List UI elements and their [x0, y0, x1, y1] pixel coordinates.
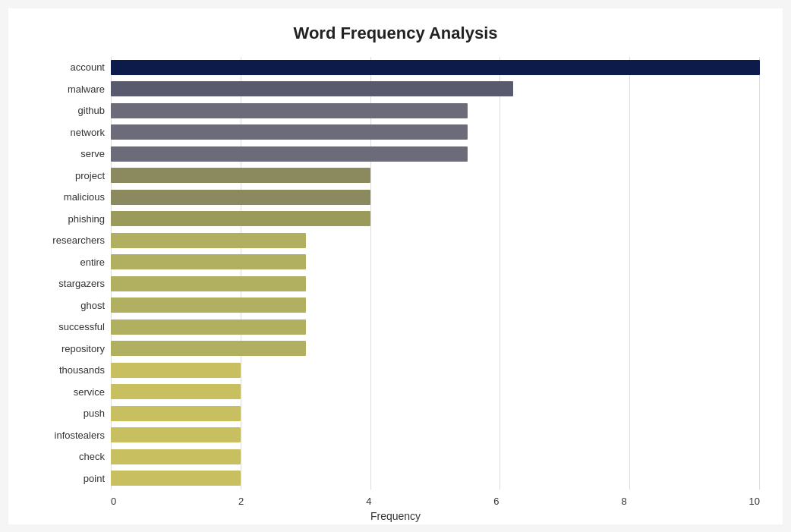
y-label: thousands	[31, 365, 105, 375]
y-label: service	[31, 387, 105, 397]
bar	[111, 384, 241, 399]
bar-row	[111, 210, 760, 227]
grid-line	[111, 57, 112, 490]
x-tick-label: 4	[366, 496, 371, 507]
y-label: ghost	[31, 301, 105, 310]
bar	[111, 81, 513, 96]
x-axis-title: Frequency	[31, 510, 760, 522]
bar-row	[111, 340, 760, 357]
bar	[111, 254, 306, 269]
chart-container: Word Frequency Analysis accountmalwaregi…	[8, 8, 783, 524]
bar-row	[111, 124, 760, 140]
grid-lines	[111, 57, 760, 490]
y-label: phishing	[31, 214, 105, 224]
y-label: entire	[31, 257, 105, 267]
bar-row	[111, 319, 760, 335]
y-label: push	[31, 408, 105, 418]
y-label: github	[31, 105, 105, 115]
x-tick-label: 8	[621, 496, 626, 507]
bar-row	[111, 253, 760, 270]
y-label: project	[31, 171, 105, 181]
y-label: point	[31, 474, 105, 483]
y-label: serve	[31, 149, 105, 159]
bar	[111, 320, 306, 335]
bar	[111, 190, 370, 205]
bar	[111, 427, 241, 442]
grid-line	[629, 57, 630, 490]
x-tick-label: 2	[238, 496, 244, 507]
x-axis-labels: 0246810	[111, 496, 760, 507]
y-label: check	[31, 452, 105, 461]
bar-row	[111, 167, 760, 184]
bar	[111, 471, 241, 486]
bottom-area: 0246810 Frequency	[31, 496, 760, 522]
y-label: malware	[31, 84, 105, 94]
bar-row	[111, 189, 760, 206]
bar	[111, 297, 306, 313]
bar-row	[111, 449, 760, 465]
bar-row	[111, 427, 760, 443]
bar-row	[111, 102, 760, 119]
bar-row	[111, 362, 760, 379]
chart-area: accountmalwaregithubnetworkserveprojectm…	[31, 57, 760, 490]
bar	[111, 146, 468, 162]
bar	[111, 60, 760, 75]
y-labels: accountmalwaregithubnetworkserveprojectm…	[31, 57, 111, 490]
y-label: account	[31, 62, 105, 72]
bar	[111, 363, 241, 378]
y-label: network	[31, 127, 105, 137]
bar-row	[111, 59, 760, 76]
bar	[111, 341, 306, 356]
bar	[111, 233, 306, 248]
bars-and-grid	[111, 57, 760, 490]
bar-row	[111, 146, 760, 162]
grid-line	[241, 57, 241, 490]
y-label: researchers	[31, 235, 105, 245]
grid-line	[499, 57, 500, 490]
bar	[111, 449, 241, 464]
y-label: repository	[31, 344, 105, 354]
y-label: stargazers	[31, 279, 105, 288]
x-tick-label: 10	[748, 496, 759, 507]
bar	[111, 406, 241, 421]
y-label: infostealers	[31, 430, 105, 440]
grid-line	[759, 57, 760, 490]
bar-row	[111, 232, 760, 249]
bar	[111, 168, 370, 183]
bar-row	[111, 80, 760, 97]
bar-row	[111, 297, 760, 313]
x-tick-label: 0	[111, 496, 116, 507]
bar	[111, 124, 468, 140]
y-label: successful	[31, 322, 105, 332]
y-label: malicious	[31, 192, 105, 202]
bar-row	[111, 405, 760, 422]
bar	[111, 211, 370, 226]
bar	[111, 103, 468, 118]
bar-row	[111, 383, 760, 400]
grid-line	[370, 57, 371, 490]
bar-row	[111, 470, 760, 486]
x-tick-label: 6	[493, 496, 499, 507]
chart-title: Word Frequency Analysis	[31, 24, 760, 43]
bar-row	[111, 275, 760, 292]
bar	[111, 276, 306, 291]
